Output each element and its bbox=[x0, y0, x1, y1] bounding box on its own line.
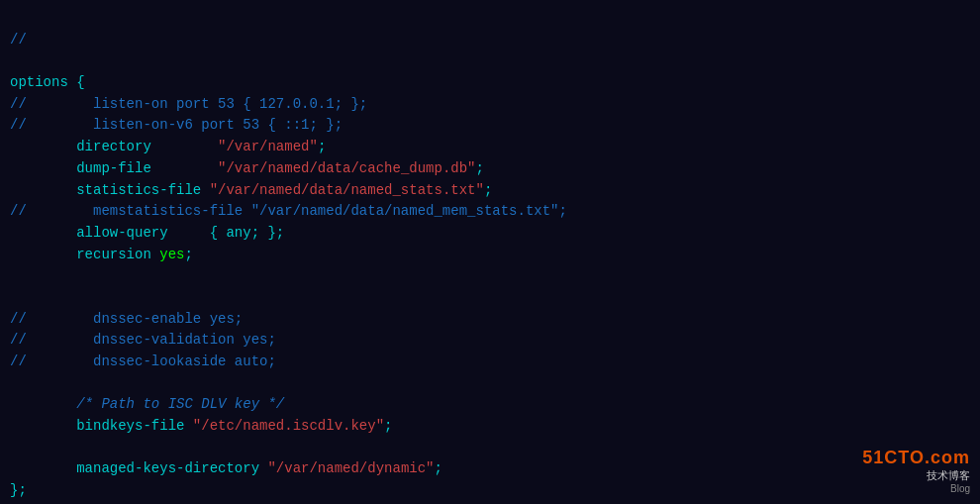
string-text: "/var/named" bbox=[218, 139, 318, 154]
code-line: // dnssec-validation yes; bbox=[10, 330, 970, 352]
comment-text: // listen-on port 53 { 127.0.0.1; }; bbox=[10, 96, 367, 112]
value-text: yes bbox=[159, 247, 184, 262]
comment-text: // listen-on-v6 port 53 { ::1; }; bbox=[10, 117, 343, 133]
code-line bbox=[10, 287, 970, 309]
normal-text: options { bbox=[10, 74, 85, 90]
watermark-site: 51CTO.com bbox=[862, 448, 970, 468]
code-line: recursion yes; bbox=[10, 245, 970, 266]
comment-text: // dnssec-validation yes; bbox=[10, 332, 276, 348]
comment-text: // dnssec-lookaside auto; bbox=[10, 353, 276, 369]
normal-text: recursion bbox=[10, 247, 159, 262]
comment-text: // dnssec-enable yes; bbox=[10, 311, 243, 327]
code-line bbox=[10, 373, 970, 395]
code-line: statistics-file "/var/named/data/named_s… bbox=[10, 180, 970, 202]
code-line: }; bbox=[10, 480, 970, 502]
code-line: bindkeys-file "/etc/named.iscdlv.key"; bbox=[10, 416, 970, 438]
code-line: // bbox=[10, 30, 970, 51]
code-line: // dnssec-enable yes; bbox=[10, 309, 970, 331]
string-text: "/var/named/data/named_stats.txt" bbox=[210, 182, 484, 198]
code-line: // memstatistics-file "/var/named/data/n… bbox=[10, 201, 970, 223]
string-text: "/var/named/data/cache_dump.db" bbox=[218, 160, 475, 176]
code-editor: // options {// listen-on port 53 { 127.0… bbox=[0, 0, 980, 504]
normal-text: ; bbox=[318, 139, 326, 154]
normal-text: ; bbox=[484, 182, 492, 198]
code-line: options { bbox=[10, 72, 970, 94]
code-line: /* Path to ISC DLV key */ bbox=[10, 394, 970, 416]
code-line: dump-file "/var/named/data/cache_dump.db… bbox=[10, 158, 970, 180]
comment-text: // memstatistics-file "/var/named/data/n… bbox=[10, 203, 567, 219]
normal-text: directory bbox=[10, 139, 218, 154]
code-line: // dnssec-lookaside auto; bbox=[10, 352, 970, 373]
code-line: // listen-on-v6 port 53 { ::1; }; bbox=[10, 115, 970, 137]
string-text: "/etc/named.iscdlv.key" bbox=[193, 418, 384, 434]
string-text: "/var/named/dynamic" bbox=[267, 460, 434, 476]
normal-text: dump-file bbox=[10, 160, 218, 176]
normal-text: ; bbox=[384, 418, 392, 434]
code-line bbox=[10, 50, 970, 72]
code-line: allow-query { any; }; bbox=[10, 223, 970, 245]
normal-text: bindkeys-file bbox=[10, 418, 193, 434]
watermark: 51CTO.com 技术博客 Blog bbox=[862, 448, 970, 494]
block-comment-text: /* Path to ISC DLV key */ bbox=[10, 396, 284, 412]
comment-text: // bbox=[10, 32, 27, 48]
code-line: managed-keys-directory "/var/named/dynam… bbox=[10, 458, 970, 480]
normal-text: ; bbox=[434, 460, 441, 476]
code-line bbox=[10, 265, 970, 287]
watermark-subtitle: 技术博客 bbox=[862, 468, 970, 483]
code-line: directory "/var/named"; bbox=[10, 137, 970, 158]
normal-text: ; bbox=[184, 247, 192, 262]
code-line bbox=[10, 438, 970, 459]
normal-text: ; bbox=[476, 160, 484, 176]
normal-text: statistics-file bbox=[10, 182, 210, 198]
code-line: // listen-on port 53 { 127.0.0.1; }; bbox=[10, 94, 970, 116]
normal-text: }; bbox=[10, 482, 27, 498]
normal-text: allow-query { any; }; bbox=[10, 225, 284, 241]
normal-text: managed-keys-directory bbox=[10, 460, 267, 476]
watermark-blog: Blog bbox=[862, 483, 970, 494]
